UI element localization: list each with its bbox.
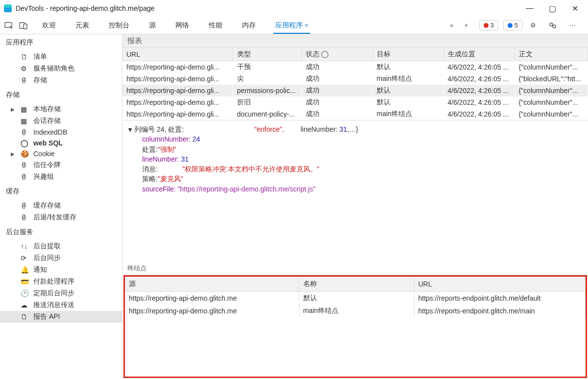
- tab-memory[interactable]: 内存: [232, 17, 266, 34]
- col-status[interactable]: 状态 ◯: [301, 48, 372, 61]
- sidebar-notifications[interactable]: 🔔通知: [0, 264, 122, 276]
- app-icon: [4, 4, 12, 12]
- close-button[interactable]: ✕: [570, 4, 579, 13]
- expand-icon[interactable]: ▶: [127, 128, 134, 132]
- sidebar-reporting-api[interactable]: 🗋报告 API: [0, 311, 122, 323]
- table-cell: 4/6/2022, 4:26:05 ...: [443, 61, 514, 73]
- reports-table: URL 类型 状态 ◯ 目标 生成位置 正文 https://reporting…: [122, 48, 588, 120]
- table-row[interactable]: https://reporting-api-demo.gli...折旧成功默认4…: [122, 96, 588, 108]
- expander-icon[interactable]: ▶: [11, 107, 15, 112]
- table-cell: 折旧: [233, 96, 301, 108]
- sidebar: 应用程序 🗋清单 ⚙服务辅助角色 🛢存储 存储 ▶▦本地存储 ▦会话存储 🛢In…: [0, 34, 122, 379]
- toolbar: 欢迎 元素 控制台 源 网络 性能 内存 应用程序× » + 3 5 ⚙ ⋯: [0, 17, 588, 34]
- tab-network[interactable]: 网络: [166, 17, 199, 34]
- table-cell: https://reports-endpoint.glitch.me/main: [414, 305, 586, 317]
- col-url[interactable]: URL: [122, 48, 233, 61]
- table-cell: document-policy-...: [233, 108, 301, 120]
- db-icon: 🛢: [21, 76, 29, 84]
- table-row[interactable]: https://reporting-api-demo.gli...干预成功默认4…: [122, 61, 588, 73]
- table-row[interactable]: https://reporting-api-demo.gli...permiss…: [122, 85, 588, 96]
- more-tabs-icon[interactable]: »: [446, 20, 458, 31]
- device-icon[interactable]: [18, 20, 29, 31]
- table-cell: main终结点: [372, 108, 443, 120]
- sidebar-storage-header: 存储: [0, 87, 122, 103]
- table-row[interactable]: https://reporting-api-demo.gli...documen…: [122, 108, 588, 120]
- info-dot-icon: [508, 23, 513, 28]
- sidebar-periodic-sync[interactable]: 🕐定期后台同步: [0, 287, 122, 299]
- maximize-button[interactable]: ▢: [548, 4, 557, 13]
- endpoints-title: 终结点: [122, 262, 588, 275]
- grid-icon: ▦: [21, 117, 29, 125]
- sidebar-trust-tokens[interactable]: 🛢信任令牌: [0, 159, 122, 171]
- db-icon: 🛢: [21, 213, 29, 221]
- table-cell: {"columnNumber"...: [514, 85, 588, 96]
- table-row[interactable]: https://reporting-api-demo.glitch.me默认ht…: [125, 292, 586, 305]
- table-cell: 默认: [372, 61, 443, 73]
- table-cell: https://reporting-api-demo.glitch.me: [125, 305, 299, 317]
- table-cell: {"blockedURL":"htt...: [514, 73, 588, 85]
- svg-rect-2: [24, 24, 27, 29]
- ep-col-origin[interactable]: 源: [125, 277, 299, 292]
- sidebar-bg-sync[interactable]: ⟳后台同步: [0, 252, 122, 264]
- table-cell: 成功: [301, 73, 372, 85]
- error-badge[interactable]: 3: [479, 20, 498, 30]
- db-icon: 🛢: [21, 202, 29, 210]
- sync-icon: ⟳: [21, 254, 29, 262]
- sidebar-websql[interactable]: ◯web SQL: [0, 138, 122, 148]
- tab-console[interactable]: 控制台: [99, 17, 139, 34]
- sidebar-interest-groups[interactable]: 🛢兴趣组: [0, 171, 122, 183]
- sidebar-storage[interactable]: 🛢存储: [0, 74, 122, 86]
- clock-icon: 🕐: [21, 289, 29, 297]
- minimize-button[interactable]: —: [525, 4, 534, 13]
- sidebar-push[interactable]: ☁推送消息传送: [0, 299, 122, 311]
- settings-icon[interactable]: ⚙: [527, 20, 539, 31]
- error-dot-icon: [484, 23, 489, 28]
- table-cell: https://reporting-api-demo.glitch.me: [125, 292, 299, 305]
- table-cell: permissions-polic...: [233, 85, 301, 96]
- sidebar-cache-storage[interactable]: 🛢缓存存储: [0, 200, 122, 212]
- table-cell: https://reporting-api-demo.gli...: [122, 96, 233, 108]
- close-icon[interactable]: ×: [305, 22, 308, 29]
- add-tab-icon[interactable]: +: [461, 20, 472, 31]
- circle-icon: ◯: [21, 139, 29, 147]
- table-cell: main终结点: [372, 73, 443, 85]
- sidebar-bf-cache[interactable]: 🛢后退/转发缓存: [0, 212, 122, 223]
- sidebar-manifest[interactable]: 🗋清单: [0, 51, 122, 63]
- ep-col-url[interactable]: URL: [414, 277, 586, 292]
- bell-icon: 🔔: [21, 266, 29, 274]
- expander-icon[interactable]: ▶: [11, 151, 15, 157]
- table-cell: 默认: [372, 85, 443, 96]
- reports-title: 报表: [122, 34, 588, 48]
- col-type[interactable]: 类型: [233, 48, 301, 61]
- tab-welcome[interactable]: 欢迎: [32, 17, 66, 34]
- sidebar-local-storage[interactable]: ▶▦本地存储: [0, 103, 122, 115]
- tab-sources[interactable]: 源: [139, 17, 166, 34]
- sidebar-service-workers[interactable]: ⚙服务辅助角色: [0, 63, 122, 74]
- sidebar-cookie[interactable]: ▶🍪Cookie: [0, 148, 122, 159]
- table-row[interactable]: https://reporting-api-demo.glitch.memain…: [125, 305, 586, 317]
- endpoints-table: 源 名称 URL https://reporting-api-demo.glit…: [125, 277, 586, 317]
- feedback-icon[interactable]: [547, 20, 559, 31]
- table-row[interactable]: https://reporting-api-demo.gli...尖成功main…: [122, 73, 588, 85]
- card-icon: 💳: [21, 278, 29, 285]
- table-cell: 4/6/2022, 4:26:05 ...: [443, 85, 514, 96]
- sidebar-session-storage[interactable]: ▦会话存储: [0, 115, 122, 127]
- tab-performance[interactable]: 性能: [199, 17, 232, 34]
- file-icon: 🗋: [21, 53, 29, 61]
- ep-col-name[interactable]: 名称: [299, 277, 414, 292]
- col-dest[interactable]: 目标: [372, 48, 443, 61]
- tab-elements[interactable]: 元素: [66, 17, 99, 34]
- table-cell: 默认: [299, 292, 414, 305]
- info-badge[interactable]: 5: [503, 20, 522, 30]
- overflow-icon[interactable]: ⋯: [566, 20, 578, 31]
- sidebar-bg-fetch[interactable]: ↑↓后台提取: [0, 240, 122, 252]
- col-gen[interactable]: 生成位置: [443, 48, 514, 61]
- inspect-icon[interactable]: [3, 20, 15, 31]
- titlebar: DevTools - reporting-api-demo.glitch.me/…: [0, 0, 588, 17]
- col-body[interactable]: 正文: [514, 48, 588, 61]
- tab-application[interactable]: 应用程序×: [266, 17, 318, 34]
- report-details: ▶列编号 24, 处置: "enforce", lineNumber: 31,……: [122, 120, 588, 262]
- sidebar-indexeddb[interactable]: 🛢IndexedDB: [0, 127, 122, 138]
- sidebar-payment[interactable]: 💳付款处理程序: [0, 276, 122, 287]
- db-icon: 🛢: [21, 128, 29, 136]
